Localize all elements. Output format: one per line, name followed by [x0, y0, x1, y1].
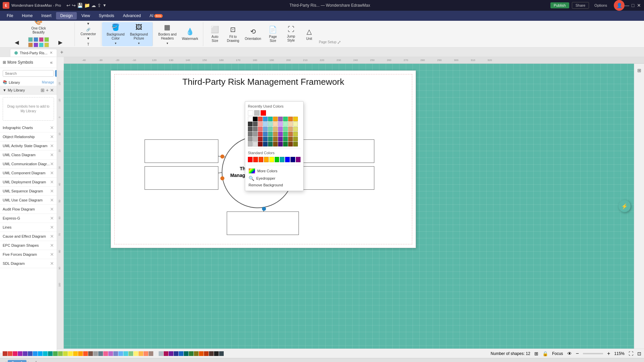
menu-home[interactable]: Home	[18, 12, 37, 19]
menu-advanced[interactable]: Advanced	[119, 12, 145, 19]
p7[interactable]	[278, 122, 283, 126]
p24[interactable]	[263, 132, 268, 136]
page-tab-active[interactable]: Page-1	[8, 360, 26, 362]
std-purple[interactable]	[296, 157, 301, 162]
palette-bar-swatch[interactable]	[73, 351, 78, 356]
style-swatch-6[interactable]	[34, 43, 38, 47]
maximize-btn[interactable]: □	[631, 3, 635, 8]
palette-bar-swatch[interactable]	[68, 351, 73, 356]
window-controls[interactable]: — □ ✕	[625, 3, 641, 8]
sidebar-item-lines[interactable]: Lines ✕	[0, 223, 57, 232]
sidebar-item-uml-sequence[interactable]: UML Sequence Diagram ✕	[0, 187, 57, 196]
p21[interactable]	[248, 132, 253, 136]
p4[interactable]	[263, 122, 268, 126]
sidebar-item-close-icon[interactable]: ✕	[50, 170, 54, 176]
borders-btn[interactable]: ▦ Borders andHeaders ▼	[156, 24, 178, 44]
sidebar-collapse-btn[interactable]: «	[49, 59, 54, 66]
sidebar-item-uml-usecase[interactable]: UML Use Case Diagram ✕	[0, 196, 57, 205]
sidebar-item-close-icon[interactable]: ✕	[50, 197, 54, 203]
minimize-btn[interactable]: —	[625, 3, 629, 8]
page-nav-prev[interactable]: ◀	[3, 360, 6, 362]
sidebar-item-cause-effect[interactable]: Cause and Effect Diagram ✕	[0, 232, 57, 241]
fit-drawing-btn[interactable]: ⊡ Fit toDrawing	[225, 24, 241, 44]
dropdown-btn[interactable]: ▼	[103, 3, 107, 8]
p2[interactable]	[253, 122, 258, 126]
palette-yellow[interactable]	[293, 117, 298, 121]
std-yellow[interactable]	[269, 157, 274, 162]
p42[interactable]	[253, 142, 258, 146]
zoom-out-btn[interactable]: −	[576, 351, 579, 357]
color-btn[interactable]: 🎨Color▼	[78, 21, 98, 26]
cloud-btn[interactable]: ☁	[91, 3, 96, 8]
p33[interactable]	[258, 137, 263, 141]
user-avatar[interactable]: 👤	[614, 0, 625, 11]
my-library-add2-btn[interactable]: +	[46, 87, 49, 93]
undo-btn[interactable]: ↩	[66, 3, 70, 8]
menu-symbols[interactable]: Symbols	[95, 12, 118, 19]
box-left-bottom[interactable]	[145, 166, 218, 190]
p37[interactable]	[278, 137, 283, 141]
share-btn[interactable]: Share	[572, 2, 589, 9]
p13[interactable]	[258, 127, 263, 131]
publish-btn[interactable]: Publish	[550, 2, 569, 8]
palette-orange[interactable]	[273, 117, 278, 121]
std-blue[interactable]	[285, 157, 290, 162]
bg-picture-arrow[interactable]: ▼	[138, 42, 140, 45]
p20[interactable]	[293, 127, 298, 131]
p28[interactable]	[283, 132, 288, 136]
sidebar-item-close-icon[interactable]: ✕	[50, 179, 54, 185]
p46[interactable]	[273, 142, 278, 146]
page-nav-next[interactable]: ▶	[28, 360, 32, 362]
box-left-top[interactable]	[145, 139, 218, 163]
background-picture-btn[interactable]: 🖼 BackgroundPicture ▼	[128, 24, 150, 44]
sidebar-item-sdl[interactable]: SDL Diagram ✕	[0, 259, 57, 268]
std-navy[interactable]	[290, 157, 295, 162]
remove-background-row[interactable]: Remove Background	[248, 182, 301, 188]
p17[interactable]	[278, 127, 283, 131]
palette-bar-swatch[interactable]	[83, 351, 88, 356]
p45[interactable]	[268, 142, 273, 146]
connector-btn[interactable]: 🔗Connector▼	[78, 27, 98, 41]
p10[interactable]	[293, 122, 298, 126]
background-color-btn[interactable]: 🪣 BackgroundColor ▼	[105, 24, 126, 44]
menu-file[interactable]: File	[3, 12, 17, 19]
sidebar-item-close-icon[interactable]: ✕	[50, 161, 54, 167]
sidebar-item-close-icon[interactable]: ✕	[50, 234, 54, 239]
recent-color-white[interactable]	[248, 110, 253, 116]
palette-bar-swatch[interactable]	[13, 351, 17, 356]
palette-bar-swatch[interactable]	[63, 351, 68, 356]
sidebar-item-close-icon[interactable]: ✕	[50, 188, 54, 194]
p26[interactable]	[273, 132, 278, 136]
p19[interactable]	[288, 127, 293, 131]
p6[interactable]	[273, 122, 278, 126]
menu-view[interactable]: View	[77, 12, 94, 19]
p5[interactable]	[268, 122, 273, 126]
redo-btn[interactable]: ↪	[72, 3, 76, 8]
palette-white[interactable]	[248, 117, 253, 121]
p38[interactable]	[283, 137, 288, 141]
style-swatch-1[interactable]	[28, 37, 33, 42]
p15[interactable]	[268, 127, 273, 131]
p40[interactable]	[293, 137, 298, 141]
p3[interactable]	[258, 122, 263, 126]
p44[interactable]	[263, 142, 268, 146]
p9[interactable]	[288, 122, 293, 126]
p35[interactable]	[268, 137, 273, 141]
p32[interactable]	[253, 137, 258, 141]
sidebar-item-infographic[interactable]: Infographic Charts ✕	[0, 123, 57, 132]
zoom-in-btn[interactable]: +	[607, 351, 610, 357]
palette-bar-swatch[interactable]	[78, 351, 83, 356]
more-colors-row[interactable]: More Colors	[248, 167, 301, 175]
palette-bar-swatch[interactable]	[33, 351, 38, 356]
palette-bar-swatch[interactable]	[88, 351, 93, 356]
std-orange[interactable]	[264, 157, 269, 162]
p41[interactable]	[248, 142, 253, 146]
fit-page-btn[interactable]: ⊡	[637, 351, 641, 356]
eyedropper-row[interactable]: 🔍 Eyedropper	[248, 175, 301, 182]
p14[interactable]	[263, 127, 268, 131]
palette-blue[interactable]	[263, 117, 268, 121]
p22[interactable]	[253, 132, 258, 136]
sidebar-item-close-icon[interactable]: ✕	[50, 143, 54, 148]
style-next-btn[interactable]: ▶	[50, 37, 70, 48]
unit-btn[interactable]: △ Unit	[301, 24, 318, 44]
